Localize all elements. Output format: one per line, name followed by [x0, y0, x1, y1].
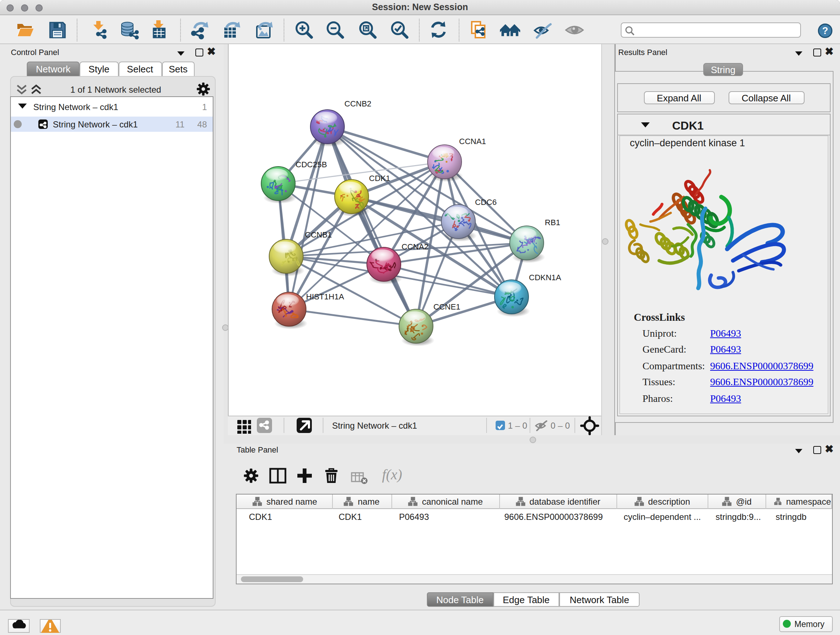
svg-text:CCNB2: CCNB2 — [344, 99, 371, 108]
svg-text:CCNE1: CCNE1 — [433, 302, 461, 311]
svg-text:RB1: RB1 — [545, 218, 561, 227]
svg-text:HIST1H1A: HIST1H1A — [306, 292, 344, 301]
svg-text:?: ? — [822, 25, 829, 36]
svg-text:CDK1: CDK1 — [369, 174, 390, 183]
svg-text:CDC6: CDC6 — [475, 198, 497, 207]
svg-text:CDKN1A: CDKN1A — [529, 273, 561, 282]
svg-text:CCNB1: CCNB1 — [305, 230, 332, 239]
svg-text:CCNA1: CCNA1 — [459, 137, 486, 146]
svg-text:CCNA2: CCNA2 — [401, 242, 429, 251]
svg-text:CDC25B: CDC25B — [295, 160, 327, 169]
